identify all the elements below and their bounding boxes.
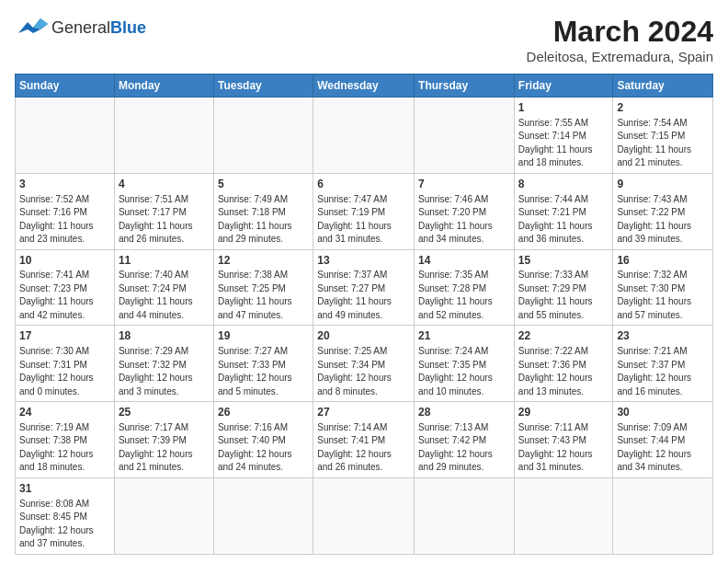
day-header-tuesday: Tuesday [213,75,313,98]
day-number: 20 [317,328,410,344]
day-info: Sunrise: 7:51 AM Sunset: 7:17 PM Dayligh… [119,193,210,247]
calendar-cell [415,477,515,554]
day-number: 8 [518,177,609,192]
day-info: Sunrise: 7:37 AM Sunset: 7:27 PM Dayligh… [317,269,410,322]
day-number: 21 [418,328,510,344]
calendar-cell [114,98,213,174]
day-number: 18 [119,328,210,344]
calendar-cell [213,477,313,554]
day-info: Sunrise: 7:21 AM Sunset: 7:37 PM Dayligh… [617,345,709,398]
logo-icon [15,15,48,40]
day-number: 5 [218,177,309,192]
calendar-cell: 28Sunrise: 7:13 AM Sunset: 7:42 PM Dayli… [415,402,515,478]
day-info: Sunrise: 7:17 AM Sunset: 7:39 PM Dayligh… [119,421,210,475]
calendar-week-row: 10Sunrise: 7:41 AM Sunset: 7:23 PM Dayli… [16,249,713,326]
day-number: 11 [119,253,210,269]
calendar-cell: 30Sunrise: 7:09 AM Sunset: 7:44 PM Dayli… [613,402,713,478]
day-number: 16 [617,253,709,269]
logo: GeneralBlue [15,15,146,40]
calendar-cell: 25Sunrise: 7:17 AM Sunset: 7:39 PM Dayli… [114,402,213,478]
calendar-cell: 5Sunrise: 7:49 AM Sunset: 7:18 PM Daylig… [213,173,313,249]
calendar-cell: 31Sunrise: 8:08 AM Sunset: 8:45 PM Dayli… [16,477,115,554]
day-info: Sunrise: 7:47 AM Sunset: 7:19 PM Dayligh… [317,193,410,247]
calendar-cell: 19Sunrise: 7:27 AM Sunset: 7:33 PM Dayli… [213,326,313,402]
day-info: Sunrise: 7:22 AM Sunset: 7:36 PM Dayligh… [518,345,609,398]
day-info: Sunrise: 7:52 AM Sunset: 7:16 PM Dayligh… [19,193,110,247]
calendar-cell: 9Sunrise: 7:43 AM Sunset: 7:22 PM Daylig… [613,173,713,249]
calendar-cell: 4Sunrise: 7:51 AM Sunset: 7:17 PM Daylig… [114,173,213,249]
day-number: 9 [617,177,709,192]
day-number: 31 [19,481,110,497]
calendar-cell: 16Sunrise: 7:32 AM Sunset: 7:30 PM Dayli… [613,249,713,326]
calendar-cell: 22Sunrise: 7:22 AM Sunset: 7:36 PM Dayli… [514,326,613,402]
day-number: 13 [317,253,410,269]
calendar-header-row: SundayMondayTuesdayWednesdayThursdayFrid… [16,75,713,98]
calendar-cell: 26Sunrise: 7:16 AM Sunset: 7:40 PM Dayli… [213,402,313,478]
day-info: Sunrise: 7:14 AM Sunset: 7:41 PM Dayligh… [317,421,410,475]
day-info: Sunrise: 7:54 AM Sunset: 7:15 PM Dayligh… [617,117,709,170]
calendar-cell: 20Sunrise: 7:25 AM Sunset: 7:34 PM Dayli… [313,326,415,402]
calendar-week-row: 24Sunrise: 7:19 AM Sunset: 7:38 PM Dayli… [16,402,713,478]
calendar-cell: 1Sunrise: 7:55 AM Sunset: 7:14 PM Daylig… [514,98,613,174]
day-info: Sunrise: 7:13 AM Sunset: 7:42 PM Dayligh… [418,421,510,475]
calendar-cell [514,477,613,554]
day-number: 10 [19,253,110,269]
day-info: Sunrise: 7:33 AM Sunset: 7:29 PM Dayligh… [518,269,609,322]
day-number: 22 [518,328,609,344]
calendar-cell: 18Sunrise: 7:29 AM Sunset: 7:32 PM Dayli… [114,326,213,402]
day-info: Sunrise: 7:44 AM Sunset: 7:21 PM Dayligh… [518,193,609,247]
logo-general: GeneralBlue [51,19,146,36]
day-number: 15 [518,253,609,269]
calendar-cell [114,477,213,554]
calendar-week-row: 31Sunrise: 8:08 AM Sunset: 8:45 PM Dayli… [16,477,713,554]
day-info: Sunrise: 7:49 AM Sunset: 7:18 PM Dayligh… [218,193,309,247]
day-number: 30 [617,405,709,420]
calendar-cell [613,477,713,554]
calendar-cell: 14Sunrise: 7:35 AM Sunset: 7:28 PM Dayli… [415,249,515,326]
calendar-subtitle: Deleitosa, Extremadura, Spain [527,49,713,64]
svg-marker-1 [33,18,48,29]
day-info: Sunrise: 7:38 AM Sunset: 7:25 PM Dayligh… [218,269,309,322]
day-number: 3 [19,177,110,192]
day-header-sunday: Sunday [16,75,115,98]
calendar-cell: 27Sunrise: 7:14 AM Sunset: 7:41 PM Dayli… [313,402,415,478]
day-number: 19 [218,328,309,344]
calendar-week-row: 1Sunrise: 7:55 AM Sunset: 7:14 PM Daylig… [16,98,713,174]
day-info: Sunrise: 7:25 AM Sunset: 7:34 PM Dayligh… [317,345,410,398]
calendar-cell: 23Sunrise: 7:21 AM Sunset: 7:37 PM Dayli… [613,326,713,402]
calendar-cell [16,98,115,174]
day-info: Sunrise: 7:55 AM Sunset: 7:14 PM Dayligh… [518,117,609,170]
calendar-cell: 21Sunrise: 7:24 AM Sunset: 7:35 PM Dayli… [415,326,515,402]
calendar-cell [415,98,515,174]
calendar-cell: 6Sunrise: 7:47 AM Sunset: 7:19 PM Daylig… [313,173,415,249]
calendar-cell: 24Sunrise: 7:19 AM Sunset: 7:38 PM Dayli… [16,402,115,478]
day-info: Sunrise: 7:29 AM Sunset: 7:32 PM Dayligh… [119,345,210,398]
title-area: March 2024 Deleitosa, Extremadura, Spain [527,15,713,64]
calendar-cell [213,98,313,174]
day-header-friday: Friday [514,75,613,98]
day-info: Sunrise: 7:24 AM Sunset: 7:35 PM Dayligh… [418,345,510,398]
calendar-cell: 11Sunrise: 7:40 AM Sunset: 7:24 PM Dayli… [114,249,213,326]
calendar-week-row: 3Sunrise: 7:52 AM Sunset: 7:16 PM Daylig… [16,173,713,249]
day-number: 24 [19,405,110,420]
day-info: Sunrise: 7:43 AM Sunset: 7:22 PM Dayligh… [617,193,709,247]
calendar-cell [313,477,415,554]
day-header-saturday: Saturday [613,75,713,98]
calendar-table: SundayMondayTuesdayWednesdayThursdayFrid… [15,74,713,555]
day-header-wednesday: Wednesday [313,75,415,98]
day-number: 23 [617,328,709,344]
day-number: 4 [119,177,210,192]
calendar-cell: 8Sunrise: 7:44 AM Sunset: 7:21 PM Daylig… [514,173,613,249]
day-info: Sunrise: 7:41 AM Sunset: 7:23 PM Dayligh… [19,269,110,322]
day-number: 7 [418,177,510,192]
calendar-cell: 10Sunrise: 7:41 AM Sunset: 7:23 PM Dayli… [16,249,115,326]
calendar-cell: 13Sunrise: 7:37 AM Sunset: 7:27 PM Dayli… [313,249,415,326]
calendar-week-row: 17Sunrise: 7:30 AM Sunset: 7:31 PM Dayli… [16,326,713,402]
calendar-cell: 3Sunrise: 7:52 AM Sunset: 7:16 PM Daylig… [16,173,115,249]
day-info: Sunrise: 7:16 AM Sunset: 7:40 PM Dayligh… [218,421,309,475]
calendar-cell: 12Sunrise: 7:38 AM Sunset: 7:25 PM Dayli… [213,249,313,326]
day-number: 26 [218,405,309,420]
day-number: 6 [317,177,410,192]
day-number: 2 [617,100,709,116]
calendar-cell: 15Sunrise: 7:33 AM Sunset: 7:29 PM Dayli… [514,249,613,326]
